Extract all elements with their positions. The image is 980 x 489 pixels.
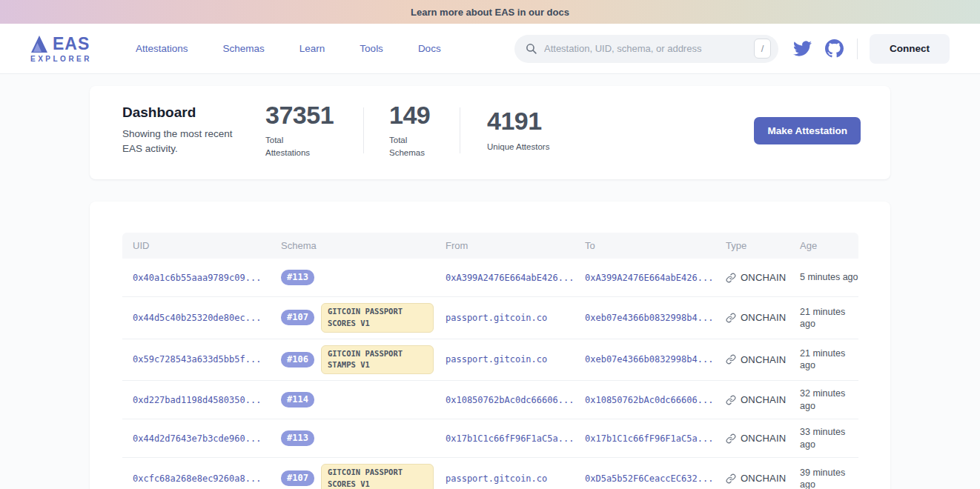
to-link[interactable]: 0xA399A2476E664abE426... bbox=[575, 273, 715, 283]
uid-link[interactable]: 0x59c728543a633d5bb5f... bbox=[122, 354, 271, 365]
nav-attestations[interactable]: Attestations bbox=[136, 43, 188, 54]
uid-link[interactable]: 0x40a1c6b55aaa9789c09... bbox=[122, 273, 271, 283]
table-row[interactable]: 0xcfc68a268e8ec9260a8... #107 GITCOIN PA… bbox=[122, 458, 858, 489]
type-cell: ONCHAIN bbox=[715, 433, 789, 444]
logo-wordmark: EAS bbox=[53, 36, 90, 53]
schema-id-badge[interactable]: #113 bbox=[281, 430, 314, 446]
slash-shortcut-key: / bbox=[754, 39, 771, 59]
to-link[interactable]: 0xeb07e4366b0832998b4... bbox=[575, 354, 715, 365]
uid-link[interactable]: 0xcfc68a268e8ec9260a8... bbox=[122, 473, 271, 484]
age-label: 32 minutes ago bbox=[789, 387, 859, 412]
chain-link-icon bbox=[726, 473, 736, 484]
uid-link[interactable]: 0xd227bad1198d4580350... bbox=[122, 395, 271, 405]
table-row[interactable]: 0x40a1c6b55aaa9789c09... #113 0xA399A247… bbox=[122, 259, 858, 297]
search-bar[interactable]: / bbox=[514, 35, 778, 63]
chain-link-icon bbox=[726, 313, 736, 323]
uid-link[interactable]: 0x44d5c40b25320de80ec... bbox=[122, 313, 271, 323]
stat-total-attestations: 37351 Total Attestations bbox=[265, 102, 363, 160]
col-from: From bbox=[435, 240, 575, 251]
main-content: Dashboard Showing the most recent EAS ac… bbox=[0, 74, 980, 489]
type-cell: ONCHAIN bbox=[715, 272, 789, 283]
search-input[interactable] bbox=[544, 43, 754, 54]
docs-banner-text: Learn more about EAS in our docs bbox=[411, 7, 569, 18]
to-link[interactable]: 0x10850762bAc0dc66606... bbox=[575, 395, 715, 405]
type-label: ONCHAIN bbox=[741, 272, 786, 283]
schema-name-badge[interactable]: GITCOIN PASSPORT SCORES V1 bbox=[321, 303, 434, 333]
stat-label: Total Attestations bbox=[265, 134, 317, 160]
eas-triangle-icon bbox=[30, 35, 48, 53]
stat-value: 37351 bbox=[265, 102, 363, 129]
type-cell: ONCHAIN bbox=[715, 354, 789, 365]
uid-link[interactable]: 0x44d2d7643e7b3cde960... bbox=[122, 433, 271, 444]
type-cell: ONCHAIN bbox=[715, 473, 789, 484]
from-link[interactable]: 0xA399A2476E664abE426... bbox=[435, 273, 575, 283]
nav-schemas[interactable]: Schemas bbox=[223, 43, 265, 54]
stat-value: 4191 bbox=[487, 107, 549, 135]
type-label: ONCHAIN bbox=[741, 473, 786, 484]
to-link[interactable]: 0xD5a5b52F6CeaccEC632... bbox=[575, 473, 715, 484]
from-link[interactable]: passport.gitcoin.co bbox=[435, 313, 575, 323]
age-label: 21 minutes ago bbox=[789, 306, 859, 330]
nav-learn[interactable]: Learn bbox=[299, 43, 325, 54]
from-link[interactable]: passport.gitcoin.co bbox=[435, 473, 575, 484]
schema-id-badge[interactable]: #114 bbox=[281, 392, 314, 408]
table-row[interactable]: 0x59c728543a633d5bb5f... #106 GITCOIN PA… bbox=[122, 339, 858, 382]
docs-banner[interactable]: Learn more about EAS in our docs bbox=[0, 0, 980, 24]
logo-subtitle: EXPLORER bbox=[30, 55, 94, 63]
schema-id-badge[interactable]: #113 bbox=[281, 270, 314, 285]
github-icon[interactable] bbox=[825, 39, 844, 58]
schema-cell: #107 GITCOIN PASSPORT SCORES V1 bbox=[271, 464, 435, 489]
schema-cell: #106 GITCOIN PASSPORT STAMPS V1 bbox=[271, 345, 435, 375]
stat-label: Unique Attestors bbox=[487, 141, 549, 153]
stat-divider bbox=[363, 107, 364, 153]
nav-tools[interactable]: Tools bbox=[360, 43, 383, 54]
schema-cell: #113 bbox=[271, 270, 435, 285]
main-nav: Attestations Schemas Learn Tools Docs bbox=[136, 43, 441, 54]
connect-button[interactable]: Connect bbox=[870, 34, 950, 64]
col-type: Type bbox=[715, 240, 789, 251]
schema-cell: #107 GITCOIN PASSPORT SCORES V1 bbox=[271, 303, 435, 333]
schema-id-badge[interactable]: #106 bbox=[281, 352, 314, 367]
chain-link-icon bbox=[726, 395, 736, 405]
schema-cell: #114 bbox=[271, 392, 435, 408]
from-link[interactable]: 0x17b1C1c66fF96F1aC5a... bbox=[435, 433, 575, 444]
stat-value: 149 bbox=[389, 102, 460, 129]
from-link[interactable]: 0x10850762bAc0dc66606... bbox=[435, 395, 575, 405]
schema-id-badge[interactable]: #107 bbox=[281, 470, 314, 486]
schema-id-badge[interactable]: #107 bbox=[281, 310, 314, 325]
table-row[interactable]: 0x44d5c40b25320de80ec... #107 GITCOIN PA… bbox=[122, 297, 858, 339]
stat-divider bbox=[460, 107, 460, 153]
attestation-table-body: 0x40a1c6b55aaa9789c09... #113 0xA399A247… bbox=[122, 259, 858, 489]
age-label: 33 minutes ago bbox=[789, 426, 859, 450]
eas-logo[interactable]: EAS EXPLORER bbox=[30, 35, 94, 63]
schema-name-badge[interactable]: GITCOIN PASSPORT STAMPS V1 bbox=[321, 345, 434, 375]
make-attestation-button[interactable]: Make Attestation bbox=[754, 117, 861, 144]
type-cell: ONCHAIN bbox=[715, 312, 789, 323]
table-row[interactable]: 0x44d2d7643e7b3cde960... #113 0x17b1C1c6… bbox=[122, 419, 858, 458]
schema-name-badge[interactable]: GITCOIN PASSPORT SCORES V1 bbox=[321, 464, 434, 489]
table-row[interactable]: 0xd227bad1198d4580350... #114 0x10850762… bbox=[122, 381, 858, 419]
chain-link-icon bbox=[726, 433, 736, 444]
dashboard-card: Dashboard Showing the most recent EAS ac… bbox=[90, 86, 890, 179]
nav-docs[interactable]: Docs bbox=[418, 43, 441, 54]
type-label: ONCHAIN bbox=[741, 312, 786, 323]
attestations-table-card: UID Schema From To Type Age 0x40a1c6b55a… bbox=[90, 202, 890, 489]
age-label: 21 minutes ago bbox=[789, 347, 859, 372]
to-link[interactable]: 0xeb07e4366b0832998b4... bbox=[575, 313, 715, 323]
from-link[interactable]: passport.gitcoin.co bbox=[435, 354, 575, 365]
table-header-row: UID Schema From To Type Age bbox=[122, 233, 858, 259]
header-divider bbox=[857, 39, 858, 59]
col-to: To bbox=[575, 240, 715, 251]
type-label: ONCHAIN bbox=[741, 394, 786, 405]
stat-unique-attestors: 4191 Unique Attestors bbox=[487, 107, 549, 153]
chain-link-icon bbox=[726, 354, 736, 365]
stats: 37351 Total Attestations 149 Total Schem… bbox=[265, 102, 549, 160]
chain-link-icon bbox=[726, 273, 736, 283]
type-label: ONCHAIN bbox=[741, 433, 786, 444]
age-label: 5 minutes ago bbox=[789, 271, 859, 283]
to-link[interactable]: 0x17b1C1c66fF96F1aC5a... bbox=[575, 433, 715, 444]
stat-total-schemas: 149 Total Schemas bbox=[389, 102, 460, 160]
col-age: Age bbox=[789, 240, 859, 251]
age-label: 39 minutes ago bbox=[789, 467, 859, 489]
twitter-icon[interactable] bbox=[793, 39, 812, 58]
